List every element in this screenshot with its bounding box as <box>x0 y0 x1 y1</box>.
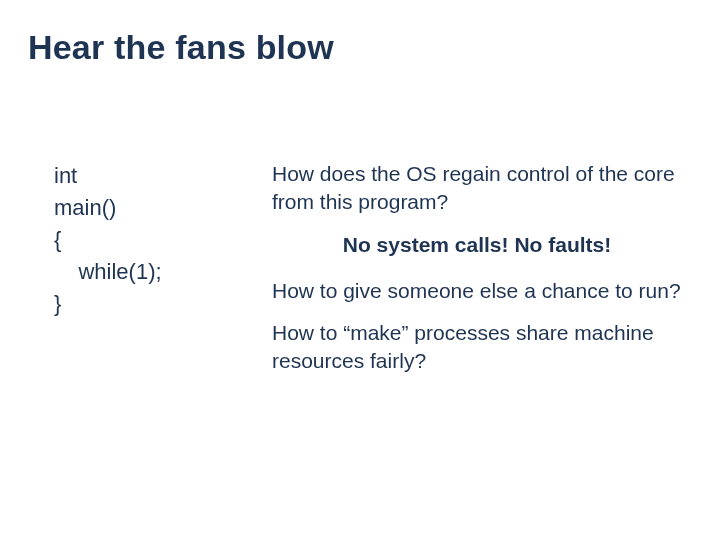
code-line-3: { <box>54 227 61 252</box>
code-block: int main() { while(1); } <box>54 160 162 319</box>
right-column: How does the OS regain control of the co… <box>272 160 682 388</box>
question-3: How to “make” processes share machine re… <box>272 319 682 374</box>
code-line-5: } <box>54 291 61 316</box>
slide: Hear the fans blow int main() { while(1)… <box>0 0 720 540</box>
callout-emphasis: No system calls! No faults! <box>272 231 682 259</box>
code-line-1: int <box>54 163 77 188</box>
question-2: How to give someone else a chance to run… <box>272 277 682 305</box>
question-1: How does the OS regain control of the co… <box>272 160 682 215</box>
code-line-2: main() <box>54 195 116 220</box>
code-line-4: while(1); <box>54 259 162 284</box>
slide-title: Hear the fans blow <box>28 28 334 67</box>
